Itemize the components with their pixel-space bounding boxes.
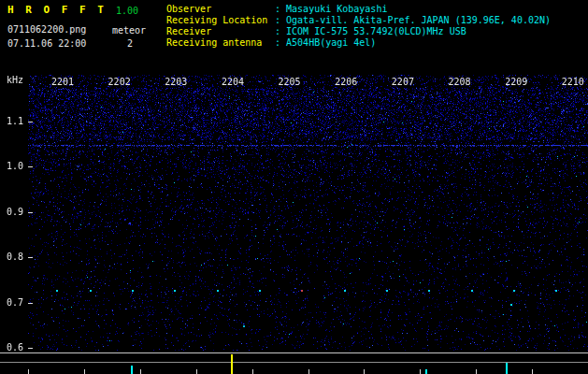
info-value: Ogata-vill. Akita-Pref. JAPAN (139.96E, …	[275, 15, 551, 25]
hrofft-window: H R O F F T 1.00 0711062200.png meteor 2…	[0, 0, 588, 374]
observation-info: ObserverMasayuki KobayashiReceiving Loca…	[166, 4, 551, 49]
signal-spike	[506, 363, 508, 374]
info-label: Receiver	[166, 26, 275, 37]
minute-tick	[28, 369, 29, 374]
meteor-count: 2	[127, 38, 133, 49]
minute-tick	[364, 369, 365, 374]
app-version: 1.00	[116, 6, 138, 16]
strip-mid-line	[0, 362, 588, 363]
info-value: A504HB(yagi 4el)	[275, 37, 376, 48]
minute-tick	[140, 369, 141, 374]
signal-level-strip	[0, 351, 588, 374]
info-label: Receiving Location	[166, 15, 275, 26]
observation-info-row: Receiving LocationOgata-vill. Akita-Pref…	[166, 15, 551, 26]
signal-spike	[425, 369, 427, 374]
output-filename: 0711062200.png	[7, 24, 86, 35]
mode-label: meteor	[112, 25, 146, 36]
minute-tick	[420, 369, 421, 374]
y-tick-label: 0.8	[0, 252, 23, 262]
minute-tick	[532, 369, 533, 374]
y-tick-label: 0.7	[0, 297, 23, 308]
minute-tick	[196, 369, 197, 374]
info-label: Observer	[166, 4, 275, 15]
y-axis-unit-label: kHz	[0, 75, 23, 85]
info-label: Receiving antenna	[166, 37, 275, 49]
minute-tick	[84, 369, 85, 374]
minute-tick	[476, 369, 477, 374]
minute-tick	[308, 369, 309, 374]
info-value: ICOM IC-575 53.7492(0LCD)MHz USB	[275, 26, 466, 36]
observation-info-row: ObserverMasayuki Kobayashi	[166, 4, 551, 15]
y-tick-label: 0.9	[0, 207, 23, 217]
observation-info-row: ReceiverICOM IC-575 53.7492(0LCD)MHz USB	[166, 26, 551, 37]
strip-top-line	[0, 352, 588, 353]
y-tick-label: 1.1	[0, 116, 23, 126]
signal-spike	[231, 354, 233, 374]
observation-info-row: Receiving antennaA504HB(yagi 4el)	[166, 37, 551, 49]
info-value: Masayuki Kobayashi	[275, 4, 387, 14]
y-tick-label: 1.0	[0, 161, 23, 171]
observation-datetime: 07.11.06 22:00	[7, 38, 86, 49]
minute-tick	[252, 369, 253, 374]
spectrogram-canvas	[28, 75, 588, 351]
signal-spike	[131, 366, 133, 374]
app-title: H R O F F T	[7, 4, 107, 16]
